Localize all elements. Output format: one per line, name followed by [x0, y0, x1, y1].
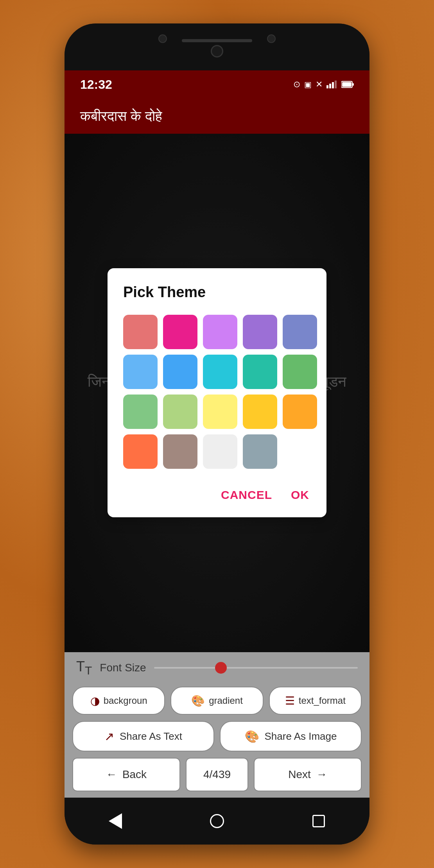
- cancel-button[interactable]: CANCEL: [219, 484, 274, 506]
- pick-theme-dialog: Pick Theme: [108, 268, 326, 517]
- next-arrow-icon: →: [316, 768, 327, 781]
- color-swatch-green[interactable]: [283, 355, 317, 389]
- phone-frame: 12:32 ⊙ ▣ ✕ कबीरदास के दोहे: [65, 23, 369, 845]
- phone-top-bezel: [65, 23, 369, 70]
- color-swatch-teal[interactable]: [243, 355, 277, 389]
- color-swatch-purple[interactable]: [243, 315, 277, 349]
- color-swatch-blue-light[interactable]: [123, 355, 158, 389]
- dialog-actions: CANCEL OK: [123, 481, 311, 506]
- page-counter: 4/439: [186, 758, 248, 791]
- status-time: 12:32: [80, 77, 112, 92]
- color-swatch-yellow[interactable]: [203, 395, 237, 429]
- share-row: ↗ Share As Text 🎨 Share As Image: [65, 718, 369, 755]
- battery-icon: [341, 81, 354, 88]
- dialog-title: Pick Theme: [123, 284, 311, 301]
- gradient-label: gradient: [209, 695, 243, 706]
- home-nav-icon[interactable]: [209, 813, 225, 829]
- background-label: backgroun: [104, 695, 147, 706]
- svg-rect-3: [335, 81, 337, 88]
- color-swatch-blue[interactable]: [163, 355, 197, 389]
- camera-dot-right: [267, 34, 276, 43]
- counter-text: 4/439: [203, 768, 231, 781]
- ok-button[interactable]: OK: [289, 484, 311, 506]
- share-as-text-label: Share As Text: [120, 730, 182, 742]
- back-button[interactable]: ← Back: [72, 758, 180, 791]
- svg-rect-6: [342, 82, 352, 87]
- color-swatch-blue-grey[interactable]: [243, 434, 277, 469]
- status-icons: ⊙ ▣ ✕: [293, 79, 354, 90]
- content-area: जिन खोजा तिन पाइया, गहरे पानी पैठ, मैं ब…: [65, 134, 369, 652]
- font-size-label: Font Size: [100, 662, 146, 674]
- color-swatch-light-green[interactable]: [123, 395, 158, 429]
- share-text-icon: ↗: [104, 730, 114, 743]
- nav-row: ← Back 4/439 Next →: [65, 755, 369, 798]
- bottom-controls: TT Font Size ◑ backgroun 🎨 gradient ☰: [65, 652, 369, 798]
- color-swatch-grey-light[interactable]: [203, 434, 237, 469]
- share-as-image-button[interactable]: 🎨 Share As Image: [220, 721, 362, 751]
- sd-icon: ▣: [304, 80, 312, 89]
- dialog-overlay: Pick Theme: [65, 134, 369, 652]
- color-swatch-purple-light[interactable]: [203, 315, 237, 349]
- text-format-button[interactable]: ☰ text_format: [269, 687, 362, 715]
- font-size-icon: TT: [76, 658, 92, 677]
- color-grid: [123, 315, 311, 469]
- signal-icon: [326, 81, 337, 88]
- color-swatch-amber[interactable]: [243, 395, 277, 429]
- gradient-icon: 🎨: [191, 694, 205, 707]
- svg-rect-0: [326, 85, 328, 88]
- svg-rect-1: [329, 84, 331, 88]
- back-arrow-icon: ←: [106, 768, 117, 781]
- color-swatch-brown[interactable]: [163, 434, 197, 469]
- phone-bottom-bezel: [65, 798, 369, 845]
- font-size-row: TT Font Size: [65, 652, 369, 683]
- background-button[interactable]: ◑ backgroun: [72, 687, 165, 715]
- back-label: Back: [122, 768, 147, 781]
- text-format-icon: ☰: [285, 694, 295, 707]
- share-as-text-button[interactable]: ↗ Share As Text: [72, 721, 214, 751]
- recents-nav-icon[interactable]: [311, 813, 326, 829]
- share-as-image-label: Share As Image: [265, 730, 337, 742]
- wifi-off-icon: ✕: [316, 79, 323, 90]
- share-image-icon: 🎨: [245, 730, 259, 743]
- slider-thumb[interactable]: [215, 662, 227, 674]
- svg-rect-2: [332, 82, 334, 88]
- camera-dot-left: [158, 34, 167, 43]
- next-label: Next: [288, 768, 311, 781]
- text-format-label: text_format: [299, 695, 346, 706]
- svg-rect-5: [352, 83, 354, 86]
- color-swatch-cyan[interactable]: [203, 355, 237, 389]
- back-nav-icon[interactable]: [108, 813, 123, 829]
- color-swatch-pink[interactable]: [163, 315, 197, 349]
- screen: 12:32 ⊙ ▣ ✕ कबीरदास के दोहे: [65, 70, 369, 798]
- status-bar: 12:32 ⊙ ▣ ✕: [65, 70, 369, 99]
- color-swatch-salmon[interactable]: [123, 315, 158, 349]
- background-icon: ◑: [90, 694, 100, 707]
- app-title: कबीरदास के दोहे: [80, 108, 162, 124]
- color-swatch-indigo[interactable]: [283, 315, 317, 349]
- font-size-slider[interactable]: [154, 667, 358, 669]
- color-swatch-lime[interactable]: [163, 395, 197, 429]
- color-swatch-deep-orange[interactable]: [123, 434, 158, 469]
- next-button[interactable]: Next →: [254, 758, 362, 791]
- data-saver-icon: ⊙: [293, 79, 300, 90]
- toolbar-row: ◑ backgroun 🎨 gradient ☰ text_format: [65, 683, 369, 718]
- color-swatch-orange[interactable]: [283, 395, 317, 429]
- gradient-button[interactable]: 🎨 gradient: [170, 687, 263, 715]
- camera-main: [211, 45, 223, 57]
- app-header: कबीरदास के दोहे: [65, 99, 369, 134]
